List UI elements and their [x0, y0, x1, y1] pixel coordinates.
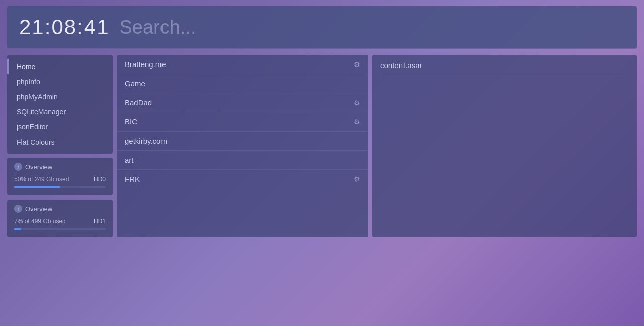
clock: 21:08:41 [19, 15, 110, 39]
disk-used-text-hd1: 7% of 499 Gb used [14, 218, 66, 225]
overview-card-hd0: i Overview 50% of 249 Gb used HD0 [7, 158, 113, 195]
file-item[interactable]: BIC⚙ [117, 112, 368, 132]
disk-info-hd1: 7% of 499 Gb used HD1 [14, 218, 106, 225]
overview-label-hd0: Overview [25, 163, 52, 171]
file-item-name: art [125, 156, 134, 164]
gear-icon[interactable]: ⚙ [354, 118, 360, 126]
disk-used-text-hd0: 50% of 249 Gb used [14, 176, 69, 183]
file-item-name: BIC [125, 117, 137, 126]
gear-icon[interactable]: ⚙ [354, 175, 360, 183]
sidebar-item-phpmyadmin[interactable]: phpMyAdmin [7, 89, 113, 104]
content-area: Bratteng.me⚙GameBadDad⚙BIC⚙getkirby.coma… [117, 55, 637, 237]
sidebar-item-flat-colours[interactable]: Flat Colours [7, 135, 113, 150]
file-list-panel: Bratteng.me⚙GameBadDad⚙BIC⚙getkirby.coma… [117, 55, 368, 237]
progress-bar-fill-hd1 [14, 228, 21, 230]
file-item[interactable]: BadDad⚙ [117, 93, 368, 112]
file-item-name: Game [125, 79, 145, 88]
file-item[interactable]: FRK⚙ [117, 170, 368, 188]
detail-panel: content.asar [372, 55, 637, 237]
disk-label-hd1: HD1 [94, 218, 106, 225]
file-item-name: BadDad [125, 98, 152, 107]
detail-filename: content.asar [380, 61, 629, 75]
main-layout: HomephpInfophpMyAdminSQLiteManagerjsonEd… [0, 55, 644, 237]
overview-title-hd0: i Overview [14, 163, 106, 171]
overview-title-hd1: i Overview [14, 205, 106, 213]
info-icon-hd1: i [14, 205, 22, 213]
sidebar-item-phpinfo[interactable]: phpInfo [7, 74, 113, 89]
progress-bar-bg-hd1 [14, 228, 106, 230]
file-item-name: Bratteng.me [125, 60, 166, 69]
gear-icon[interactable]: ⚙ [354, 60, 360, 69]
file-item[interactable]: getkirby.com [117, 132, 368, 151]
nav-panel: HomephpInfophpMyAdminSQLiteManagerjsonEd… [7, 55, 113, 154]
disk-info-hd0: 50% of 249 Gb used HD0 [14, 176, 106, 183]
sidebar: HomephpInfophpMyAdminSQLiteManagerjsonEd… [7, 55, 113, 237]
file-item[interactable]: art [117, 151, 368, 170]
overview-card-hd1: i Overview 7% of 499 Gb used HD1 [7, 200, 113, 237]
disk-label-hd0: HD0 [94, 176, 106, 183]
progress-bar-fill-hd0 [14, 186, 60, 188]
search-input[interactable] [120, 17, 625, 38]
info-icon-hd0: i [14, 163, 22, 171]
file-item[interactable]: Game [117, 74, 368, 93]
header: 21:08:41 [7, 6, 637, 49]
file-item[interactable]: Bratteng.me⚙ [117, 55, 368, 74]
file-item-name: FRK [125, 175, 140, 183]
overview-label-hd1: Overview [25, 205, 52, 213]
progress-bar-bg-hd0 [14, 186, 106, 188]
sidebar-item-jsoneditor[interactable]: jsonEditor [7, 119, 113, 135]
sidebar-item-home[interactable]: Home [7, 59, 113, 74]
file-item-name: getkirby.com [125, 137, 167, 145]
sidebar-item-sqlitemanager[interactable]: SQLiteManager [7, 104, 113, 119]
gear-icon[interactable]: ⚙ [354, 99, 360, 107]
